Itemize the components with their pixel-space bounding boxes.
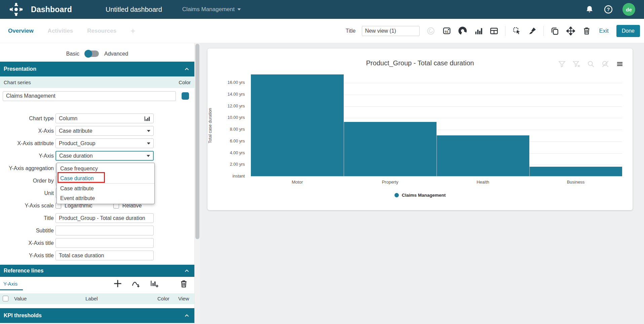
filter-icon[interactable]	[557, 59, 567, 69]
subtitle-field[interactable]	[55, 226, 154, 235]
x-axis-label: X-Axis	[0, 128, 54, 134]
legend-series-label: Claims Management	[402, 193, 446, 198]
notifications-bell-icon[interactable]	[585, 5, 594, 14]
add-reference-line-icon[interactable]	[113, 279, 122, 288]
panel-scrollbar[interactable]	[194, 43, 200, 324]
kpi-widget-icon[interactable]: 01	[442, 26, 451, 36]
y-axis-label: Y-Axis	[0, 153, 54, 159]
clear-filter-icon[interactable]	[572, 59, 581, 69]
document-title[interactable]: Untitled dashboard	[106, 6, 162, 13]
copy-icon[interactable]	[550, 26, 560, 36]
title-input[interactable]	[59, 215, 150, 221]
help-icon[interactable]: ?	[604, 5, 613, 14]
app-logo-icon	[9, 2, 24, 17]
select-all-checkbox[interactable]	[3, 296, 8, 301]
dataset-selector[interactable]: Claims Management	[182, 6, 241, 13]
series-name-input[interactable]	[3, 91, 176, 101]
x-axis-value: Case attribute	[59, 128, 92, 134]
chart-type-value: Column	[59, 116, 77, 122]
user-avatar[interactable]: de	[622, 3, 635, 16]
presentation-section-header[interactable]: Presentation	[0, 62, 194, 76]
dropdown-item-case-attribute[interactable]: Case attribute	[57, 184, 154, 193]
y-axis-select[interactable]: Case duration	[55, 151, 154, 161]
selection-mode-icon[interactable]	[512, 26, 521, 36]
gauge-widget-icon[interactable]	[458, 26, 467, 36]
x-category-label: Business	[529, 180, 622, 185]
toggle-basic-label: Basic	[66, 51, 79, 57]
exit-button[interactable]: Exit	[599, 28, 608, 34]
reference-lines-section-header[interactable]: Reference lines	[0, 265, 194, 277]
add-tab-button[interactable]: +	[130, 26, 135, 36]
bar-motor[interactable]	[251, 74, 344, 176]
reference-lines-table-header: Value Label Color View	[0, 293, 194, 304]
add-chart-reference-icon[interactable]	[149, 279, 159, 288]
plot-area	[251, 75, 622, 176]
dropdown-item-event-attribute[interactable]: Event attribute	[57, 193, 154, 203]
kpi-thresholds-section-header[interactable]: KPI thresholds	[0, 308, 194, 323]
chevron-down-icon	[237, 8, 241, 10]
top-navbar: Dashboard Untitled dashboard Claims Mana…	[0, 0, 644, 19]
bar-property[interactable]	[344, 122, 437, 176]
chart-widget-icon[interactable]	[473, 26, 483, 36]
x-axis-attribute-value: Product_Group	[59, 140, 96, 147]
x-axis-attribute-select[interactable]: Product_Group	[55, 138, 154, 148]
y-axis-title-field[interactable]	[55, 251, 154, 260]
reference-lines-header-label: Reference lines	[4, 268, 43, 274]
done-button[interactable]: Done	[616, 25, 640, 37]
zoom-icon[interactable]	[586, 59, 596, 69]
x-axis-select[interactable]: Case attribute	[55, 126, 154, 136]
x-axis-attribute-label: X-Axis attribute	[0, 140, 54, 147]
chart-series-subheader: Chart series Color	[0, 76, 194, 88]
dropdown-item-case-duration[interactable]: Case duration	[57, 173, 154, 183]
y-axis-dropdown: Case frequency Case duration Case attrib…	[56, 163, 155, 204]
column-header-view: View	[178, 296, 189, 301]
chart-type-select[interactable]: Column	[55, 114, 154, 123]
chart-series-label: Chart series	[4, 79, 31, 85]
tab-resources[interactable]: Resources	[87, 28, 116, 34]
title-field[interactable]	[55, 213, 154, 223]
toolbar-divider	[543, 26, 544, 36]
order-by-label: Order by	[0, 178, 54, 184]
view-title-input[interactable]	[362, 26, 420, 36]
view-title-label: Title	[346, 28, 356, 34]
toggle-knob	[84, 50, 92, 58]
series-color-swatch[interactable]	[182, 92, 189, 100]
table-widget-icon[interactable]	[489, 26, 499, 36]
tab-overview[interactable]: Overview	[8, 28, 34, 34]
x-axis-title-input[interactable]	[59, 240, 150, 246]
toolbar-divider	[505, 26, 505, 36]
y-axis-aggregation-label: Y-Axis aggregation	[0, 165, 54, 171]
move-icon[interactable]	[566, 26, 575, 36]
zoom-off-icon[interactable]	[601, 59, 610, 69]
app-title: Dashboard	[31, 5, 72, 14]
column-chart-icon	[144, 115, 150, 122]
dropdown-item-case-frequency[interactable]: Case frequency	[57, 164, 154, 173]
x-axis-title-field[interactable]	[55, 238, 154, 248]
chevron-down-icon	[147, 142, 150, 144]
format-painter-icon[interactable]	[528, 26, 537, 36]
scrollbar-thumb[interactable]	[195, 44, 199, 239]
y-tick-label: 14.00 yrs	[221, 92, 245, 97]
y-tick-label: 10.00 yrs	[221, 115, 245, 120]
add-curve-reference-icon[interactable]	[131, 279, 141, 288]
chart-widget[interactable]: Product_Group - Total case duration	[207, 48, 633, 210]
chevron-up-icon	[185, 269, 189, 272]
unit-label: Unit	[0, 190, 54, 196]
chart-legend[interactable]: Claims Management	[207, 193, 633, 198]
basic-advanced-toggle[interactable]	[85, 51, 99, 57]
y-axis-title-input[interactable]	[59, 253, 150, 259]
chevron-down-icon	[147, 155, 150, 157]
chart-menu-icon[interactable]	[615, 59, 624, 69]
delete-reference-line-icon[interactable]	[179, 279, 188, 288]
kpi-thresholds-header-label: KPI thresholds	[4, 313, 42, 319]
tab-activities[interactable]: Activities	[48, 28, 73, 34]
bar-health[interactable]	[437, 135, 529, 176]
reference-lines-y-axis-tab[interactable]: Y-Axis	[3, 281, 17, 287]
x-category-label: Motor	[251, 180, 344, 185]
chart-y-axis-title: Total case duration	[208, 104, 213, 148]
chevron-down-icon	[147, 130, 150, 132]
subtitle-input[interactable]	[59, 228, 150, 234]
bar-business[interactable]	[529, 167, 622, 176]
y-tick-label: 12.00 yrs	[221, 104, 245, 108]
delete-view-icon[interactable]	[582, 26, 591, 36]
